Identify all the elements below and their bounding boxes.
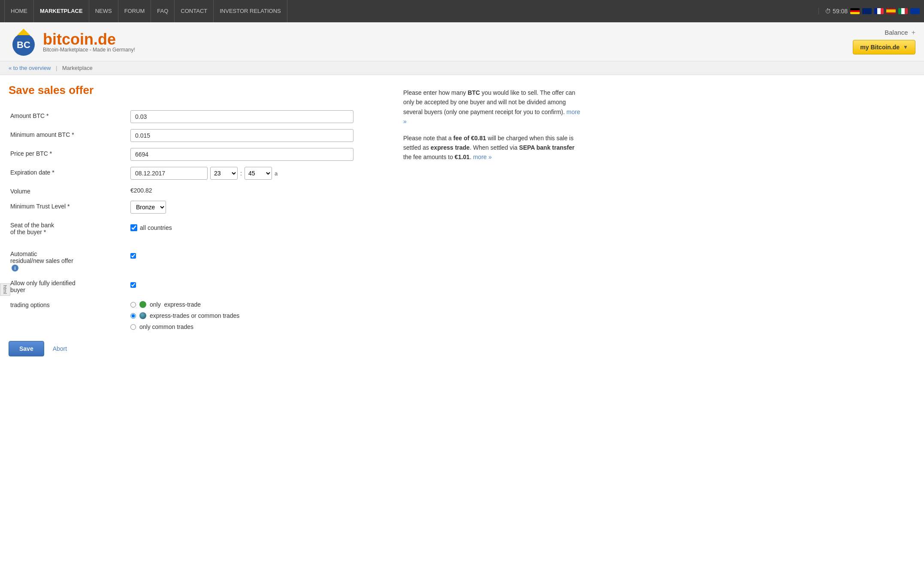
info-panel: Please enter how many BTC you would like… [403, 88, 583, 162]
more-link-1[interactable]: more » [403, 109, 580, 125]
balance-plus-btn[interactable]: + [912, 29, 915, 36]
identified-label: Allow only fully identified buyer [9, 274, 129, 296]
nav-forum[interactable]: FORUM [118, 0, 151, 22]
logo-text: bitcoin.de Bitcoin-Marketplace - Made in… [43, 30, 135, 53]
expiry-hour-select[interactable]: 23 [210, 167, 238, 180]
trust-label: Minimum Trust Level * [9, 198, 129, 217]
logo-area: BC bitcoin.de Bitcoin-Marketplace - Made… [9, 27, 135, 57]
breadcrumb-separator: | [56, 65, 57, 71]
html-tab: html [0, 283, 10, 296]
form-table: Amount BTC * Minimum amount BTC * Price … [9, 107, 386, 333]
radio-common[interactable] [130, 324, 136, 330]
flag-eu[interactable] [910, 8, 920, 14]
nav-investor-relations[interactable]: INVESTOR RELATIONS [214, 0, 287, 22]
info-section: Please enter how many BTC you would like… [403, 84, 583, 356]
volume-label: Volume [9, 183, 129, 198]
identified-buyer-checkbox[interactable] [130, 282, 136, 288]
price-input[interactable] [130, 148, 353, 161]
table-row: Seat of the bank of the buyer * all coun… [9, 217, 386, 238]
volume-value: €200.82 [130, 187, 152, 194]
table-row: Automatic residual/new sales offer i [9, 238, 386, 274]
trust-cell: Bronze Silver Gold [129, 198, 386, 217]
all-countries-checkbox[interactable] [130, 224, 137, 231]
my-bitcoin-button[interactable]: my Bitcoin.de ▼ [853, 40, 915, 54]
express-dot-blue-icon [139, 312, 146, 319]
table-row: Minimum amount BTC * [9, 126, 386, 145]
radio-express-or-common[interactable] [130, 313, 136, 319]
balance-bar: Balance + [853, 29, 915, 36]
my-bitcoin-label: my Bitcoin.de [860, 44, 900, 51]
tagline: Bitcoin-Marketplace - Made in Germany! [43, 47, 135, 53]
price-cell [129, 145, 386, 164]
chevron-down-icon: ▼ [903, 44, 908, 50]
volume-cell: €200.82 [129, 183, 386, 198]
flag-fr[interactable] [874, 8, 884, 14]
nav-contact[interactable]: CONTACT [175, 0, 214, 22]
btn-row: Save Abort [9, 341, 386, 356]
trading-label: trading options [9, 296, 129, 333]
expiry-cell: 23 : 45 a [129, 164, 386, 183]
bank-label: Seat of the bank of the buyer * [9, 217, 129, 238]
bank-checkbox-row: all countries [130, 224, 384, 231]
session-timer: ⏱ 59:08 [818, 8, 848, 15]
expiry-date-input[interactable] [130, 167, 208, 180]
nav-right: ⏱ 59:08 [818, 8, 920, 15]
time-colon: : [240, 170, 242, 177]
trading-cell: only express-trade express-trades or com… [129, 296, 386, 333]
info-para2: Please note that a fee of €0.81 will be … [403, 133, 583, 162]
amount-btc-cell [129, 107, 386, 126]
header-right: Balance + my Bitcoin.de ▼ [853, 29, 915, 54]
amount-btc-input[interactable] [130, 110, 353, 123]
price-label: Price per BTC * [9, 145, 129, 164]
trading-option-common: only common trades [130, 323, 384, 330]
page-title: Save sales offer [9, 84, 386, 97]
identified-cell [129, 274, 386, 296]
timer-icon: ⏱ [825, 8, 831, 15]
flag-it[interactable] [898, 8, 908, 14]
expiry-ampm: a [275, 170, 278, 177]
nav-marketplace[interactable]: MARKETPLACE [34, 0, 89, 22]
table-row: Amount BTC * [9, 107, 386, 126]
auto-info-icon[interactable]: i [12, 265, 18, 271]
auto-label: Automatic residual/new sales offer i [9, 238, 129, 274]
save-button[interactable]: Save [9, 341, 44, 356]
logo-icon: BC [9, 27, 39, 57]
table-row: Expiration date * 23 : 45 a [9, 164, 386, 183]
trading-option-both: express-trades or common trades [130, 312, 384, 319]
amount-btc-label: Amount BTC * [9, 107, 129, 126]
breadcrumb-back-link[interactable]: « to the overview [9, 65, 51, 71]
more-link-2[interactable]: more » [473, 154, 492, 160]
breadcrumb-current: Marketplace [62, 65, 93, 71]
info-para1: Please enter how many BTC you would like… [403, 88, 583, 127]
express-dot-icon [139, 301, 146, 308]
auto-cell [129, 238, 386, 274]
table-row: Volume €200.82 [9, 183, 386, 198]
flag-es[interactable] [886, 8, 896, 14]
breadcrumb: « to the overview | Marketplace [0, 61, 924, 75]
nav-news[interactable]: NEWS [89, 0, 118, 22]
auto-residual-checkbox[interactable] [130, 253, 136, 259]
bank-cell: all countries [129, 217, 386, 238]
expiry-min-select[interactable]: 45 [245, 167, 272, 180]
nav-faq[interactable]: FAQ [151, 0, 175, 22]
flag-gb[interactable] [862, 8, 872, 14]
common-label: only common trades [139, 323, 193, 330]
trust-level-select[interactable]: Bronze Silver Gold [130, 201, 166, 214]
flag-de[interactable] [850, 8, 860, 14]
balance-label: Balance [885, 29, 908, 36]
nav-home[interactable]: HOME [4, 0, 34, 22]
form-section: Save sales offer Amount BTC * Minimum am… [9, 84, 386, 356]
timer-value: 59:08 [833, 8, 848, 15]
table-row: trading options only express-trade expre… [9, 296, 386, 333]
top-navigation: HOME MARKETPLACE NEWS FORUM FAQ CONTACT … [0, 0, 924, 22]
min-amount-label: Minimum amount BTC * [9, 126, 129, 145]
table-row: Allow only fully identified buyer [9, 274, 386, 296]
express-label: only express-trade [150, 301, 201, 308]
site-header: BC bitcoin.de Bitcoin-Marketplace - Made… [0, 22, 924, 61]
expiry-label: Expiration date * [9, 164, 129, 183]
main-content: Save sales offer Amount BTC * Minimum am… [0, 75, 924, 365]
express-or-common-label: express-trades or common trades [150, 312, 239, 319]
radio-express[interactable] [130, 302, 136, 308]
abort-button[interactable]: Abort [53, 345, 67, 352]
min-amount-input[interactable] [130, 129, 353, 142]
